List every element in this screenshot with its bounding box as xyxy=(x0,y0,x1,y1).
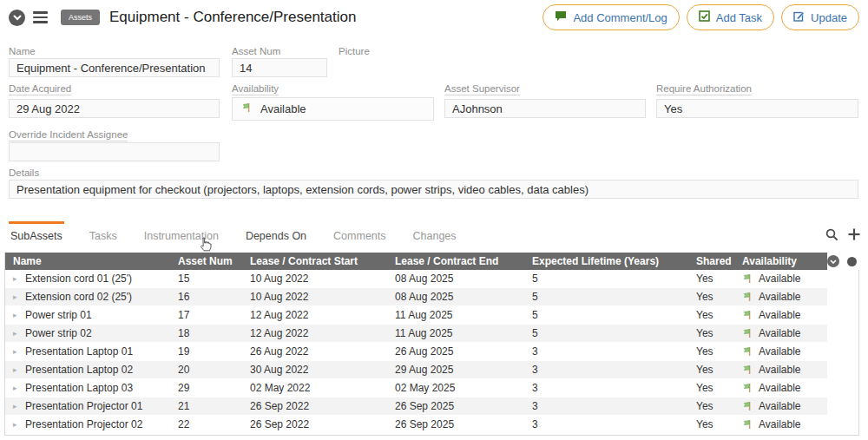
table-row[interactable]: ▸ Extension cord 01 (25') 15 10 Aug 2022… xyxy=(5,270,827,288)
action-buttons: Add Comment/Log Add Task Update xyxy=(542,4,859,30)
table-row[interactable]: ▸ Presentation Laptop 01 19 26 Aug 2022 … xyxy=(5,343,827,361)
tab-subassets[interactable]: SubAssets xyxy=(9,221,64,242)
name-field[interactable]: Equipment - Conference/Presentation xyxy=(9,58,220,77)
row-availability: Available xyxy=(759,309,800,321)
row-lease-start: 02 May 2022 xyxy=(247,379,391,397)
row-expand-arrow-icon[interactable]: ▸ xyxy=(13,402,19,410)
row-name: Extension cord 01 (25') xyxy=(25,273,132,285)
tab-tasks[interactable]: Tasks xyxy=(88,221,119,242)
green-flag-icon xyxy=(742,364,753,375)
row-expand-arrow-icon[interactable]: ▸ xyxy=(13,347,19,356)
table-row[interactable]: ▸ Presentation Laptop 03 29 02 May 2022 … xyxy=(5,379,827,397)
table-row[interactable]: ▸ Presentation Laptop 02 20 30 Aug 2022 … xyxy=(5,361,827,379)
col-header-name[interactable]: Name xyxy=(5,255,174,267)
row-name: Presentation Laptop 02 xyxy=(25,364,133,376)
row-expand-arrow-icon[interactable]: ▸ xyxy=(13,292,19,301)
comment-icon xyxy=(555,10,567,24)
tab-comments[interactable]: Comments xyxy=(332,221,387,242)
col-header-asset-num[interactable]: Asset Num xyxy=(174,255,247,267)
row-lease-end: 08 Aug 2025 xyxy=(391,270,529,287)
row-shared: Yes xyxy=(693,416,739,433)
table-row[interactable]: ▸ Extension cord 02 (25') 16 10 Aug 2022… xyxy=(5,288,827,306)
table-body: ▸ Extension cord 01 (25') 15 10 Aug 2022… xyxy=(5,270,858,434)
table-collapse-chevron-icon[interactable] xyxy=(827,255,839,267)
row-expand-arrow-icon[interactable]: ▸ xyxy=(13,384,19,392)
row-expand-arrow-icon[interactable]: ▸ xyxy=(13,311,19,319)
green-flag-icon xyxy=(742,419,753,430)
row-asset-num: 22 xyxy=(174,416,247,433)
row-expand-arrow-icon[interactable]: ▸ xyxy=(13,420,19,429)
add-task-button[interactable]: Add Task xyxy=(687,4,774,30)
row-name: Presentation Projector 02 xyxy=(25,418,142,430)
update-button[interactable]: Update xyxy=(781,4,859,30)
page-title: Equipment - Conference/Presentation xyxy=(109,9,356,26)
green-flag-icon xyxy=(241,102,252,115)
row-shared: Yes xyxy=(693,397,739,415)
details-field[interactable]: Presentation equipment for checkout (pro… xyxy=(9,180,858,199)
table-options-dot-icon[interactable] xyxy=(847,257,857,266)
row-availability: Available xyxy=(759,382,800,394)
col-header-lease-end[interactable]: Lease / Contract End xyxy=(391,255,529,267)
search-icon[interactable] xyxy=(825,227,838,241)
require-authorization-field[interactable]: Yes xyxy=(656,99,858,118)
row-lease-start: 10 Aug 2022 xyxy=(247,288,391,305)
row-shared: Yes xyxy=(693,306,739,324)
row-name: Presentation Laptop 03 xyxy=(25,382,133,394)
col-header-lease-start[interactable]: Lease / Contract Start xyxy=(247,255,391,267)
table-row[interactable]: ▸ Power strip 01 17 12 Aug 2022 11 Aug 2… xyxy=(5,306,827,325)
row-name: Power strip 01 xyxy=(25,309,92,321)
row-lease-end: 29 Aug 2025 xyxy=(391,361,529,378)
row-lease-start: 10 Aug 2022 xyxy=(247,270,391,287)
tab-instrumentation[interactable]: Instrumentation xyxy=(142,221,220,242)
top-bar: Assets Equipment - Conference/Presentati… xyxy=(0,0,868,35)
availability-label: Availability xyxy=(232,83,279,95)
date-acquired-field[interactable]: 29 Aug 2022 xyxy=(9,99,220,118)
row-availability: Available xyxy=(759,345,800,358)
add-row-plus-icon[interactable] xyxy=(847,227,861,241)
asset-num-field[interactable]: 14 xyxy=(232,58,327,77)
tab-depends-on[interactable]: Depends On xyxy=(244,221,308,242)
add-comment-log-button[interactable]: Add Comment/Log xyxy=(542,4,679,30)
row-lifetime: 5 xyxy=(529,325,693,342)
availability-field[interactable]: Available xyxy=(232,97,434,121)
asset-num-label: Asset Num xyxy=(232,46,280,56)
table-row[interactable]: ▸ Presentation Projector 02 22 26 Sep 20… xyxy=(5,416,827,434)
row-shared: Yes xyxy=(693,379,739,397)
col-header-shared[interactable]: Shared xyxy=(693,255,739,267)
col-header-lifetime[interactable]: Expected Lifetime (Years) xyxy=(529,255,693,267)
row-lifetime: 3 xyxy=(529,416,693,433)
row-expand-arrow-icon[interactable]: ▸ xyxy=(13,274,19,283)
override-incident-assignee-field[interactable] xyxy=(9,142,220,161)
row-lease-start: 26 Aug 2022 xyxy=(247,343,391,360)
override-incident-assignee-label: Override Incident Assignee xyxy=(9,129,128,141)
row-lease-end: 02 May 2025 xyxy=(391,379,529,397)
table-row[interactable]: ▸ Power strip 02 18 12 Aug 2022 11 Aug 2… xyxy=(5,325,827,343)
col-header-availability[interactable]: Availability xyxy=(739,255,827,267)
row-asset-num: 17 xyxy=(174,306,247,324)
availability-value: Available xyxy=(260,102,306,115)
row-expand-arrow-icon[interactable]: ▸ xyxy=(13,365,19,374)
row-lease-start: 26 Sep 2022 xyxy=(247,416,391,433)
row-availability: Available xyxy=(759,327,800,339)
subassets-table: Name Asset Num Lease / Contract Start Le… xyxy=(4,253,859,436)
green-flag-icon xyxy=(742,310,753,320)
table-tools xyxy=(825,227,861,241)
menu-hamburger-icon[interactable] xyxy=(33,10,48,25)
name-label: Name xyxy=(9,46,36,56)
row-lifetime: 3 xyxy=(529,361,693,378)
table-row[interactable]: ▸ Presentation Projector 01 21 26 Sep 20… xyxy=(5,397,827,416)
asset-supervisor-field[interactable]: AJohnson xyxy=(444,99,646,118)
collapse-chevron-icon[interactable] xyxy=(9,10,25,26)
row-lease-start: 12 Aug 2022 xyxy=(247,306,391,324)
tab-changes[interactable]: Changes xyxy=(411,221,458,242)
row-shared: Yes xyxy=(693,270,739,287)
edit-pencil-icon xyxy=(793,10,805,24)
row-expand-arrow-icon[interactable]: ▸ xyxy=(13,329,19,338)
green-flag-icon xyxy=(742,401,753,411)
row-lifetime: 3 xyxy=(529,379,693,397)
row-lifetime: 5 xyxy=(529,270,693,287)
row-lease-start: 26 Sep 2022 xyxy=(247,397,391,415)
row-asset-num: 21 xyxy=(174,397,247,415)
asset-supervisor-label: Asset Supervisor xyxy=(444,83,520,95)
row-name: Presentation Projector 01 xyxy=(25,400,142,412)
